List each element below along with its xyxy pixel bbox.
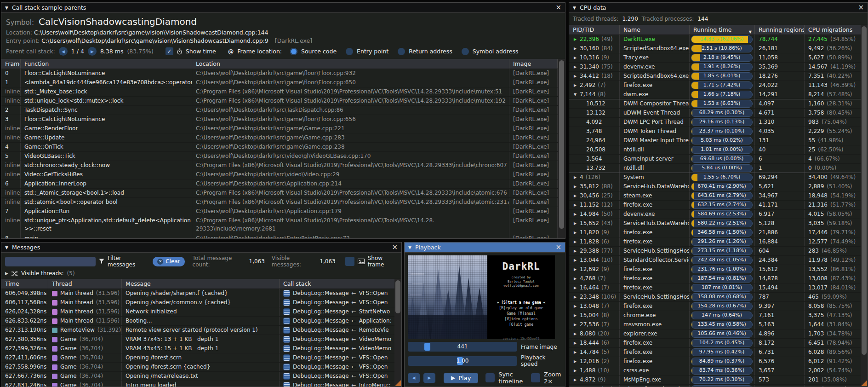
- pid-cell[interactable]: ▶15,004(8): [569, 311, 620, 320]
- close-icon[interactable]: ×: [555, 4, 561, 11]
- pid-cell[interactable]: ▶27,536(7): [569, 320, 620, 329]
- callstack-table-header[interactable]: Frame Function Location Image: [1, 59, 565, 69]
- expand-arrow-icon[interactable]: ▶: [573, 366, 577, 375]
- close-icon[interactable]: ×: [858, 4, 864, 11]
- zoom-2x-checkbox[interactable]: [531, 373, 540, 382]
- source-location[interactable]: C:\Program Files (x86)\Microsoft Visual …: [192, 198, 509, 207]
- cpu-process-row[interactable]: 13,132 uDWM Event Thread 68.29 ms (0.30%…: [569, 109, 868, 118]
- function-name[interactable]: Floor::CalcLightNoLuminance: [21, 69, 192, 78]
- message-callstack[interactable]: DebugLog::Message←VFS::Open: [280, 372, 394, 381]
- cpu-process-row[interactable]: ▶30,456(25) steam.exe 643.61 ms (2.79%) …: [569, 191, 868, 201]
- function-name[interactable]: Application::InnerLoop: [21, 179, 192, 188]
- source-location[interactable]: C:\Users\wolf\Desktop\darkrl\src\Applica…: [192, 179, 509, 188]
- message-callstack[interactable]: DebugLog::Message←RemoteVie: [280, 326, 394, 335]
- col-location[interactable]: Location: [192, 59, 509, 69]
- source-location[interactable]: C:\Program Files (x86)\Microsoft Visual …: [192, 216, 509, 234]
- cpu-process-row[interactable]: ▼7,144(8) dwm.exe 1.66 s (7.18%) 14,291 …: [569, 90, 868, 99]
- source-location[interactable]: C:\Users\wolf\Desktop\darkrl\src\game\fl…: [192, 69, 509, 78]
- cpu-process-row[interactable]: ▶1,488(10) csrss.exe 83.74 ms (0.36%) 3,…: [569, 366, 868, 375]
- cpu-process-row[interactable]: ▶14,984(50) devenv.exe 584.69 ms (2.53%)…: [569, 210, 868, 219]
- cpu-process-row[interactable]: ▶31,340(75) devenv.exe 1.91 s (8.26%) 35…: [569, 63, 868, 72]
- pid-cell[interactable]: ▶30,160(84): [569, 44, 620, 53]
- source-location[interactable]: C:\Program Files (x86)\Microsoft Visual …: [192, 161, 509, 170]
- message-row[interactable]: 627,667,736ns Game(36,704) Opening /meta…: [1, 372, 401, 381]
- source-location[interactable]: C:\Users\wolf\Desktop\darkrl\src\video\g…: [192, 152, 509, 161]
- radio-source-code-label[interactable]: Source code: [301, 48, 337, 55]
- collapse-icon[interactable]: ▼: [5, 6, 8, 10]
- cpu-process-row[interactable]: ▶4(126) System 1.55 s (6.70%) 69,294 34,…: [569, 173, 868, 182]
- radio-symbol-address-label[interactable]: Symbol address: [473, 48, 519, 55]
- callstack-row[interactable]: 7 Application::Run C:\Users\wolf\Desktop…: [1, 207, 565, 216]
- pid-cell[interactable]: ▼7,144(8): [569, 90, 620, 99]
- pid-cell[interactable]: ▶16,464(7): [569, 283, 620, 292]
- message-row[interactable]: 606,117,568ns Main thread(31,596) Openin…: [1, 298, 401, 307]
- message-row[interactable]: 627,380,356ns Game(36,704) VRAM 37x45: 1…: [1, 335, 401, 344]
- cpu-process-row[interactable]: ▶22,396(49) DarkRL.exe 14.33 s (62.06%) …: [569, 35, 868, 44]
- pid-cell[interactable]: ▶14,984(50): [569, 210, 620, 219]
- expand-arrow-icon[interactable]: ▶: [573, 339, 577, 347]
- message-callstack[interactable]: DebugLog::Message←VFS::Open: [280, 289, 394, 298]
- next-stack-button[interactable]: ▶: [88, 47, 97, 56]
- callstack-row[interactable]: inline std::unique_lock<std::mutex>::loc…: [1, 97, 565, 106]
- callstack-list-icon[interactable]: [283, 354, 290, 361]
- function-name[interactable]: Game::RenderFloor: [21, 124, 192, 133]
- function-name[interactable]: std::unique_ptr<Application,std::default…: [21, 216, 192, 234]
- source-location[interactable]: C:\Users\wolf\Desktop\darkrl\src\TaskDis…: [192, 106, 509, 115]
- pid-cell[interactable]: ▶22,396(49): [569, 35, 620, 44]
- function-name[interactable]: std::atomic<bool>::operator bool: [21, 198, 192, 207]
- expand-arrow-icon[interactable]: ▶: [573, 182, 577, 191]
- col-cpu-migrations[interactable]: CPU migrations: [805, 25, 861, 35]
- expand-arrow-icon[interactable]: ▶: [573, 237, 577, 246]
- cpu-process-row[interactable]: 3,748 DWM Token Thread 23.37 ms (0.10%) …: [569, 127, 868, 136]
- play-button[interactable]: ▶ Play: [444, 373, 478, 383]
- col-function[interactable]: Function: [21, 59, 192, 69]
- collapse-icon[interactable]: ▼: [573, 6, 576, 10]
- col-time[interactable]: Time: [1, 279, 48, 289]
- function-name[interactable]: Game::OnTick: [21, 143, 192, 151]
- source-location[interactable]: C:\Users\wolf\Desktop\darkrl\src\game\fl…: [192, 78, 509, 87]
- callstack-row[interactable]: inline std::atomic<bool>::operator bool …: [1, 198, 565, 207]
- cpu-process-row[interactable]: ▶23,348(106) ServiceHub.SettingsHost 158…: [569, 293, 868, 302]
- cpu-process-row[interactable]: ▶2,492(7) firefox.exe 1.71 s (7.42%) 24,…: [569, 81, 868, 90]
- expand-arrow-icon[interactable]: ▶: [573, 385, 577, 387]
- col-thread[interactable]: Thread: [48, 279, 122, 289]
- message-callstack[interactable]: DebugLog::Message←StartNetwo: [280, 307, 394, 316]
- expand-arrow-icon[interactable]: ▶: [573, 81, 577, 90]
- pid-cell[interactable]: ▶4(126): [569, 173, 620, 182]
- pid-cell[interactable]: ▶14,784(5): [569, 348, 620, 357]
- function-name[interactable]: std::unique_lock<std::mutex>::lock: [21, 97, 192, 105]
- expand-arrow-icon[interactable]: ▶: [573, 63, 577, 71]
- function-name[interactable]: VideoGLBase::Tick: [21, 152, 192, 161]
- radio-return-address-label[interactable]: Return address: [409, 48, 452, 55]
- cpu-process-row[interactable]: ▶29,388(77) ServiceHub.SettingsHost 273.…: [569, 247, 868, 256]
- cpu-process-row[interactable]: ▶30,160(84) ScriptedSandbox64.exe 2.51 s…: [569, 44, 868, 53]
- pid-cell[interactable]: 3,748: [569, 127, 620, 136]
- message-callstack[interactable]: DebugLog::Message←VideoMemo: [280, 335, 394, 344]
- function-name[interactable]: <lambda_84a19dc444fae966ca174e83e708bdca…: [21, 78, 192, 87]
- cpu-process-row[interactable]: ▶8,080(20) explorer.exe 105.66 ms (0.46%…: [569, 329, 868, 339]
- source-location[interactable]: C:\Users\wolf\Desktop\darkrl\src\video\V…: [192, 170, 509, 179]
- message-row[interactable]: 627,313,190ns RemoteView(31,392) Remote …: [1, 326, 401, 335]
- expand-arrow-icon[interactable]: ▶: [573, 53, 577, 62]
- cpu-process-row[interactable]: ▶34,412(18) ScriptedSandbox64.exe 1.85 s…: [569, 72, 868, 81]
- message-callstack[interactable]: DebugLog::Message←IntroMenu::: [280, 381, 394, 387]
- source-location[interactable]: C:\Program Files (x86)\Microsoft Visual …: [192, 87, 509, 96]
- sync-timeline-label[interactable]: Sync timeline: [498, 371, 525, 385]
- pid-cell[interactable]: ▶13,044(10): [569, 256, 620, 265]
- callstack-row[interactable]: 2 TaskDispatch::Sync C:\Users\wolf\Deskt…: [1, 106, 565, 115]
- expand-arrow-icon[interactable]: ▶: [573, 247, 577, 255]
- callstack-list-icon[interactable]: [283, 364, 290, 370]
- zoom-2x-label[interactable]: Zoom 2×: [544, 371, 562, 385]
- pid-cell[interactable]: 10,512: [569, 99, 620, 108]
- pid-cell[interactable]: ▶8,080(20): [569, 329, 620, 338]
- callstack-row[interactable]: inline Game::RenderFloor C:\Users\wolf\D…: [1, 124, 565, 133]
- callstack-list-icon[interactable]: [283, 308, 290, 315]
- messages-titlebar[interactable]: ▼ Messages ×: [1, 243, 401, 253]
- pid-cell[interactable]: ▶11,152(12): [569, 201, 620, 209]
- show-frame-label[interactable]: Show frame: [368, 255, 398, 268]
- close-icon[interactable]: ×: [392, 244, 398, 251]
- message-row[interactable]: 626,833,622ns Main thread(31,596) Bootin…: [1, 317, 401, 326]
- col-message[interactable]: Message: [122, 279, 280, 289]
- filter-input[interactable]: [5, 257, 96, 266]
- cpu-process-row[interactable]: 24,964 DWM Master Input Thread 5.03 ms (…: [569, 136, 868, 145]
